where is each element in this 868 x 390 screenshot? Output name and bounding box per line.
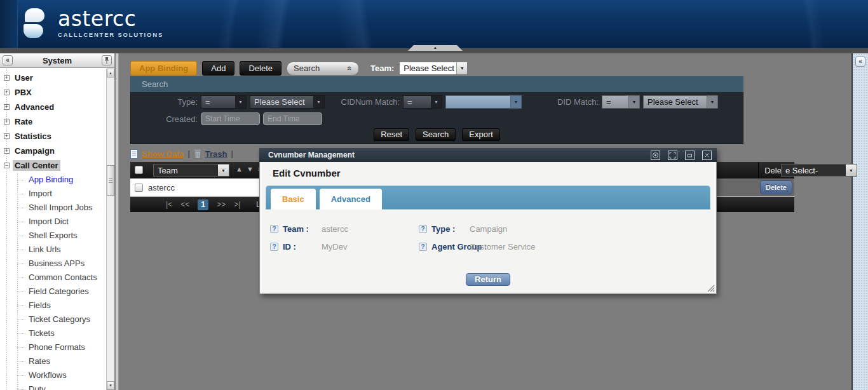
dialog-titlebar[interactable]: Cvnumber Management — [259, 148, 717, 162]
app-binding-module-button[interactable]: App Binding — [130, 61, 197, 76]
next-page-button[interactable]: >> — [217, 200, 226, 209]
tab-basic[interactable]: Basic — [271, 189, 316, 210]
sidebar: « System +User+PBX+Advanced+Rate+Statist… — [0, 53, 115, 390]
cidnum-operator-select[interactable]: = — [403, 95, 442, 109]
cvnumber-management-dialog: Cvnumber Management — [259, 148, 717, 294]
expand-box-icon[interactable]: + — [4, 104, 10, 110]
collapse-box-icon[interactable]: − — [4, 163, 10, 168]
end-time-input[interactable] — [263, 112, 322, 125]
expand-box-icon[interactable]: + — [4, 75, 10, 81]
dialog-title: Cvnumber Management — [268, 151, 651, 159]
maximize-window-button[interactable] — [668, 151, 677, 160]
sidebar-item-workflows[interactable]: Workflows — [0, 368, 106, 382]
sidebar-item-phone-formats[interactable]: Phone Formats — [0, 340, 106, 354]
header-collapse-handle[interactable]: ▲ — [408, 45, 463, 51]
expand-box-icon[interactable]: + — [4, 119, 10, 124]
sidebar-item-import-dict[interactable]: Import Dict — [0, 215, 106, 229]
pin-button[interactable] — [102, 55, 112, 65]
astercc-logo: astercc CALLLCENTER SOLUTIONS — [21, 7, 163, 39]
type-operator-select[interactable]: = — [201, 95, 247, 109]
search-panel: Search Type: = Please Select CIDNum Matc… — [130, 76, 743, 144]
trash-link[interactable]: Trash — [205, 149, 227, 159]
team-column-select[interactable]: Team — [153, 164, 229, 177]
field-team-value: astercc — [322, 224, 348, 234]
help-icon[interactable]: ? — [419, 243, 427, 251]
tab-advanced[interactable]: Advanced — [320, 189, 382, 210]
sidebar-item-field-categories[interactable]: Field Categories — [0, 285, 106, 299]
team-filter-select[interactable]: Please Select — [399, 62, 468, 75]
document-icon — [130, 149, 138, 159]
dialog-tabstrip: Basic Advanced — [266, 185, 710, 210]
data-view-links: Show Data | Trash | — [130, 148, 233, 159]
sidebar-item-call-center[interactable]: −Call Center — [0, 158, 106, 173]
sidebar-item-rate[interactable]: +Rate — [0, 114, 106, 129]
row-delete-button[interactable]: Delete — [760, 180, 792, 194]
close-window-button[interactable] — [702, 151, 712, 160]
main-area: « App Binding Add Delete Search « Team: … — [119, 53, 868, 390]
expand-box-icon[interactable]: + — [4, 133, 10, 139]
reset-button[interactable]: Reset — [374, 128, 409, 141]
row-checkbox[interactable] — [135, 184, 143, 192]
sort-descending-icon[interactable]: ▼ — [247, 165, 254, 173]
action-column-select[interactable]: e Select- — [781, 164, 857, 177]
sidebar-item-label: User — [13, 72, 35, 83]
sort-ascending-icon[interactable]: ▲ — [236, 165, 243, 173]
help-icon[interactable]: ? — [419, 225, 427, 233]
sidebar-collapse-button[interactable]: « — [3, 55, 13, 65]
did-operator-select[interactable]: = — [602, 95, 640, 109]
select-all-checkbox[interactable] — [135, 166, 143, 174]
scrollbar-thumb[interactable] — [107, 165, 114, 196]
sidebar-item-app-binding[interactable]: App Binding — [0, 173, 106, 187]
refresh-window-button[interactable] — [651, 151, 660, 160]
dialog-heading: Edit Cvnumber — [273, 168, 341, 178]
sidebar-item-fields[interactable]: Fields — [0, 299, 106, 313]
current-page-badge[interactable]: 1 — [198, 199, 208, 210]
app-header: astercc CALLLCENTER SOLUTIONS — [0, 0, 868, 48]
restore-window-button[interactable] — [685, 151, 695, 160]
add-button[interactable]: Add — [202, 61, 234, 76]
search-toggle-button[interactable]: Search « — [287, 62, 359, 76]
sidebar-item-duty[interactable]: Duty — [0, 382, 106, 390]
sidebar-item-business-apps[interactable]: Business APPs — [0, 257, 106, 271]
search-toggle-label: Search — [294, 64, 320, 73]
cidnum-match-label: CIDNum Match: — [333, 95, 400, 109]
start-time-input[interactable] — [201, 112, 260, 125]
export-button[interactable]: Export — [462, 128, 500, 141]
sidebar-splitter[interactable] — [116, 53, 119, 390]
did-value-select[interactable]: Please Select — [643, 95, 718, 109]
dialog-window-controls — [651, 151, 712, 160]
sidebar-item-shell-import-jobs[interactable]: Shell Import Jobs — [0, 201, 106, 215]
help-icon[interactable]: ? — [270, 243, 278, 251]
prev-page-button[interactable]: << — [180, 200, 189, 209]
sidebar-item-shell-exports[interactable]: Shell Exports — [0, 229, 106, 243]
sidebar-item-label: Advanced — [13, 102, 56, 112]
sidebar-item-statistics[interactable]: +Statistics — [0, 129, 106, 144]
sidebar-item-tickets[interactable]: Tickets — [0, 326, 106, 340]
scrollbar-down-button[interactable] — [107, 381, 114, 390]
sidebar-item-import[interactable]: Import — [0, 187, 106, 201]
sidebar-item-advanced[interactable]: +Advanced — [0, 100, 106, 114]
sidebar-item-campaign[interactable]: +Campaign — [0, 144, 106, 158]
delete-button[interactable]: Delete — [240, 61, 281, 76]
last-page-button[interactable]: >| — [234, 200, 240, 209]
sidebar-item-user[interactable]: +User — [0, 71, 106, 85]
scrollbar-up-button[interactable] — [107, 69, 114, 77]
sidebar-item-common-contacts[interactable]: Common Contacts — [0, 271, 106, 285]
cidnum-value-select[interactable] — [445, 95, 522, 109]
sidebar-item-pbx[interactable]: +PBX — [0, 85, 106, 100]
resize-grip-icon[interactable] — [707, 285, 715, 292]
type-value-select[interactable]: Please Select — [250, 95, 325, 109]
sidebar-item-rates[interactable]: Rates — [0, 354, 106, 368]
expand-box-icon[interactable]: + — [4, 148, 10, 154]
first-page-button[interactable]: |< — [166, 200, 172, 209]
chevron-down-icon — [313, 96, 324, 108]
right-panel-expand-button[interactable]: « — [855, 57, 865, 67]
sidebar-item-ticket-categorys[interactable]: Ticket Categorys — [0, 313, 106, 326]
show-data-link[interactable]: Show Data — [142, 149, 184, 159]
help-icon[interactable]: ? — [270, 225, 278, 233]
created-label: Created: — [131, 112, 198, 126]
sidebar-item-link-urls[interactable]: Link Urls — [0, 243, 106, 257]
return-button[interactable]: Return — [466, 273, 510, 286]
expand-box-icon[interactable]: + — [4, 90, 10, 95]
search-button[interactable]: Search — [416, 128, 456, 141]
